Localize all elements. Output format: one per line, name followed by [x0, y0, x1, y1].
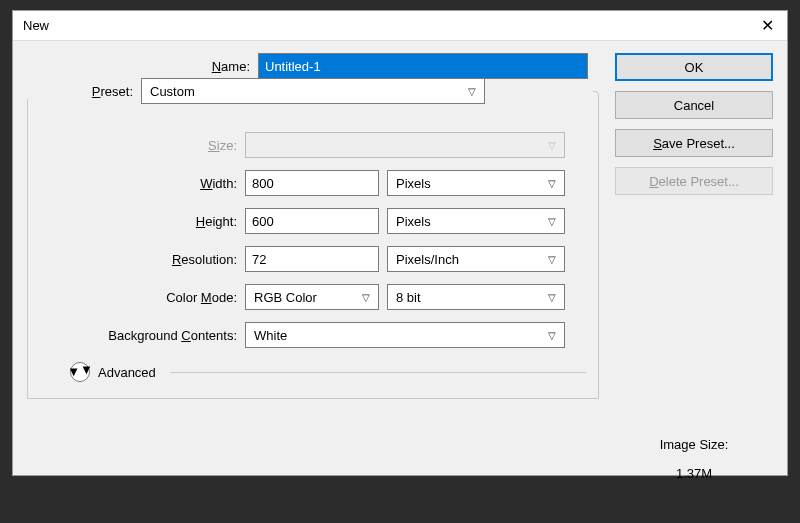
resolution-label: Resolution: — [40, 252, 245, 267]
name-label: Name: — [27, 59, 258, 74]
chevron-down-icon: ▽ — [362, 292, 370, 303]
close-icon[interactable]: ✕ — [757, 16, 777, 35]
save-preset-button[interactable]: Save Preset... — [615, 129, 773, 157]
chevron-down-icon: ▽ — [548, 330, 556, 341]
cancel-button[interactable]: Cancel — [615, 91, 773, 119]
chevron-down-icon: ▽ — [468, 86, 476, 97]
resolution-unit-select[interactable]: Pixels/Inch▽ — [387, 246, 565, 272]
chevron-down-icon: ▽ — [548, 178, 556, 189]
preset-select[interactable]: Custom▽ — [141, 78, 485, 104]
preset-fieldset: Preset: Custom▽ Size: ▽ Wi — [27, 91, 599, 399]
chevron-down-icon: ▽ — [548, 140, 556, 151]
new-document-dialog: New ✕ Name: Preset: Custom▽ — [12, 10, 788, 476]
bg-contents-select[interactable]: White▽ — [245, 322, 565, 348]
image-size-info: Image Size: 1.37M — [615, 437, 773, 481]
width-label: Width: — [40, 176, 245, 191]
width-input[interactable] — [245, 170, 379, 196]
color-mode-label: Color Mode: — [40, 290, 245, 305]
image-size-label: Image Size: — [615, 437, 773, 452]
image-size-value: 1.37M — [615, 466, 773, 481]
preset-label: Preset: — [16, 84, 141, 99]
chevron-down-icon: ▽ — [548, 254, 556, 265]
advanced-label: Advanced — [98, 365, 156, 380]
height-input[interactable] — [245, 208, 379, 234]
advanced-toggle-icon[interactable]: ▼▼ — [70, 362, 90, 382]
height-unit-select[interactable]: Pixels▽ — [387, 208, 565, 234]
resolution-input[interactable] — [245, 246, 379, 272]
titlebar: New ✕ — [13, 11, 787, 41]
ok-button[interactable]: OK — [615, 53, 773, 81]
height-label: Height: — [40, 214, 245, 229]
size-label: Size: — [40, 138, 245, 153]
name-input[interactable] — [258, 53, 588, 79]
bg-contents-label: Background Contents: — [40, 328, 245, 343]
width-unit-select[interactable]: Pixels▽ — [387, 170, 565, 196]
divider — [170, 372, 586, 373]
size-select: ▽ — [245, 132, 565, 158]
color-depth-select[interactable]: 8 bit▽ — [387, 284, 565, 310]
chevron-down-icon: ▽ — [548, 292, 556, 303]
delete-preset-button: Delete Preset... — [615, 167, 773, 195]
dialog-title: New — [23, 18, 49, 33]
chevron-down-icon: ▽ — [548, 216, 556, 227]
color-mode-select[interactable]: RGB Color▽ — [245, 284, 379, 310]
